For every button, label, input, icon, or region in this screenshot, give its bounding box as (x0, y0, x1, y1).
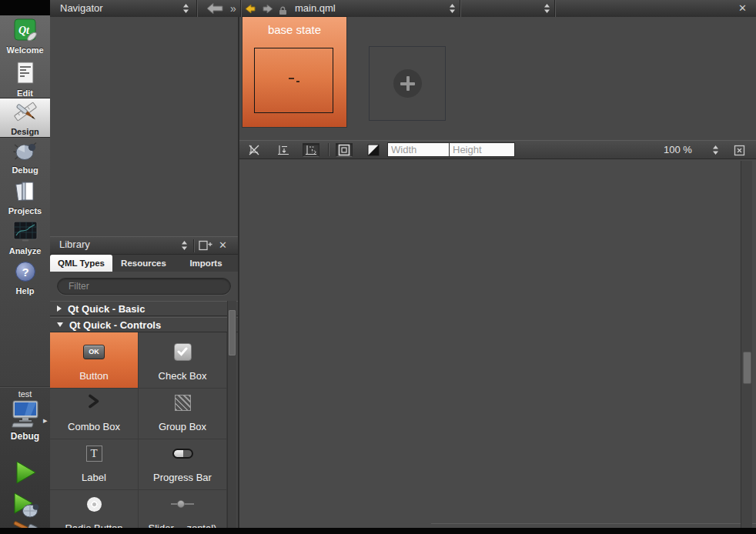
design-ruler-brush-icon (12, 100, 39, 126)
mode-label: Welcome (6, 45, 43, 55)
titlebar-separator (193, 239, 194, 252)
mode-debug[interactable]: Debug (0, 139, 50, 177)
debug-bug-icon (13, 141, 38, 165)
mode-selector-sidebar: Qt Welcome Edit (0, 0, 50, 534)
library-item-grid: OK Button Check Box Combo Box (50, 332, 227, 534)
library-close-icon[interactable]: ✕ (219, 236, 227, 255)
item-label: Progress Bar (153, 472, 212, 483)
navigator-combobox[interactable]: Navigator (60, 0, 103, 17)
add-state-plus-icon[interactable] (393, 69, 422, 98)
tab-resources[interactable]: Resources (112, 255, 175, 272)
mode-projects[interactable]: Projects (0, 179, 50, 217)
snap-with-anchors-icon[interactable] (303, 143, 319, 157)
library-item-combo-box[interactable]: Combo Box (50, 383, 139, 439)
toolbar-separator (240, 0, 241, 17)
help-question-icon: ? (15, 261, 36, 285)
section-qt-quick-controls[interactable]: Qt Quick - Controls (50, 317, 238, 332)
canvas-edge-line (431, 523, 756, 524)
history-back-icon[interactable] (245, 3, 256, 17)
item-label: Button (79, 370, 109, 382)
filter-row (50, 272, 238, 301)
item-label: Combo Box (68, 421, 120, 432)
projects-books-icon (15, 181, 35, 205)
expanded-triangle-icon (57, 322, 63, 327)
button-ok-icon: OK (83, 345, 105, 359)
section-label: Qt Quick - Basic (68, 303, 145, 315)
library-combobox-spinner-icon[interactable] (181, 240, 188, 254)
slider-icon (171, 499, 194, 509)
states-panel: base state (239, 17, 756, 140)
analyze-screen-icon (13, 221, 38, 245)
form-editor-toolbar: 100 % (239, 140, 756, 159)
width-input[interactable] (387, 142, 453, 157)
close-icon[interactable]: ✕ (738, 0, 747, 17)
mode-label: Analyze (9, 246, 42, 255)
library-title-combobox[interactable]: Library (59, 236, 90, 253)
section-qt-quick-basic[interactable]: Qt Quick - Basic (50, 301, 238, 316)
mode-label: Edit (17, 88, 33, 98)
mode-design[interactable]: Design (0, 98, 50, 137)
tab-qml-types[interactable]: QML Types (50, 255, 112, 272)
secondary-combobox-spinner-icon[interactable] (544, 3, 550, 17)
canvas-color-icon[interactable] (365, 143, 382, 157)
reset-view-icon[interactable] (731, 143, 748, 157)
no-snapping-icon[interactable] (246, 143, 263, 157)
mode-label: Design (11, 127, 39, 136)
canvas-scrollbar[interactable] (741, 161, 752, 528)
library-item-group-box[interactable]: Group Box (139, 383, 227, 439)
item-label: Check Box (159, 370, 207, 382)
kit-expand-arrow-icon[interactable]: ▸ (43, 416, 48, 426)
qt-creator-window: Navigator » main.qml ✕ (0, 0, 756, 534)
document-combobox-spinner-icon[interactable] (449, 3, 456, 17)
library-item-slider[interactable]: Slider …zontal) (139, 485, 227, 534)
library-item-radio-button[interactable]: Radio Button (50, 485, 139, 534)
library-scrollbar[interactable] (227, 301, 236, 534)
tab-imports[interactable]: Imports (175, 255, 237, 272)
library-item-button[interactable]: OK Button (50, 332, 139, 389)
add-state-card[interactable] (369, 46, 446, 121)
debug-run-button[interactable] (0, 491, 50, 520)
mode-help[interactable]: ? Help (0, 259, 50, 297)
edit-document-icon (16, 62, 35, 88)
chevron-icon (88, 394, 100, 412)
toolbar-separator (196, 0, 197, 17)
mode-label: Debug (12, 165, 38, 175)
library-scrollbar-thumb[interactable] (229, 310, 236, 355)
top-toolbar: Navigator » main.qml ✕ (50, 0, 756, 18)
progress-pill-icon (172, 449, 193, 459)
mode-analyze[interactable]: Analyze (0, 219, 50, 257)
snap-to-parent-icon[interactable] (275, 143, 292, 157)
zoom-level: 100 % (664, 141, 692, 159)
overflow-chevron[interactable]: » (230, 0, 236, 17)
navigator-combobox-spinner-icon[interactable] (182, 3, 189, 17)
mode-label: Projects (8, 206, 42, 215)
mode-welcome[interactable]: Qt Welcome (0, 17, 50, 55)
radio-icon (87, 497, 102, 512)
show-bounding-rects-icon[interactable] (336, 143, 353, 157)
base-state-card[interactable]: base state (243, 17, 346, 127)
zoom-spinner-icon[interactable] (712, 145, 719, 159)
height-input[interactable] (449, 142, 515, 157)
library-item-check-box[interactable]: Check Box (139, 332, 227, 389)
canvas-scrollbar-thumb[interactable] (743, 352, 751, 384)
sidebar-divider (0, 386, 50, 388)
checkbox-icon (174, 343, 192, 361)
svg-text:?: ? (22, 265, 28, 278)
text-t-icon: T (86, 446, 102, 462)
collapsed-triangle-icon (57, 305, 62, 312)
library-item-label[interactable]: T Label (50, 434, 139, 490)
qt-logo-icon: Qt (14, 18, 37, 45)
library-tab-bar: QML Types Resources Imports (50, 255, 238, 272)
back-arrow-icon[interactable] (206, 2, 223, 18)
mode-edit[interactable]: Edit (0, 60, 50, 98)
history-forward-icon[interactable] (263, 3, 273, 17)
form-editor-canvas[interactable] (239, 159, 756, 528)
mode-label: Help (16, 286, 35, 295)
kit-name: Debug (0, 431, 50, 442)
library-item-progress-bar[interactable]: Progress Bar (139, 434, 227, 490)
document-combobox[interactable]: main.qml (295, 0, 336, 17)
run-button[interactable] (0, 459, 50, 486)
filter-input[interactable] (57, 278, 231, 295)
section-label: Qt Quick - Controls (69, 319, 161, 331)
split-panel-icon[interactable] (199, 240, 213, 254)
